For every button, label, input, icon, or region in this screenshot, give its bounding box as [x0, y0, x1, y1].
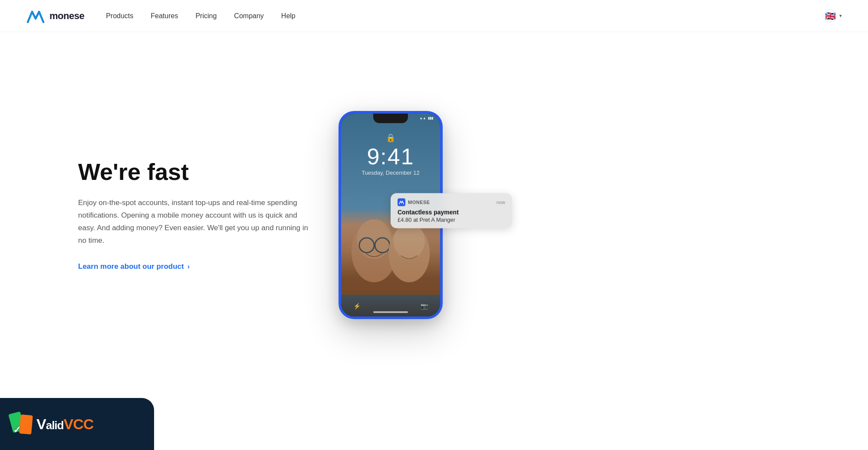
brand-name: monese [49, 10, 84, 22]
hero-text: We're fast Enjoy on-the-spot accounts, i… [78, 159, 339, 271]
vcc-text: VCC [63, 416, 93, 432]
chevron-down-icon: ▾ [839, 13, 842, 19]
lock-icon-area: 🔒 9:41 Tuesday, December 12 [362, 133, 420, 176]
hero-description: Enjoy on-the-spot accounts, instant top-… [78, 197, 312, 247]
validvcc-logo: ✓ ValidVCC [13, 412, 93, 436]
phone-mockup-section: ▲▲ ▮▮▮ 🔒 9:41 Tuesday, December 12 [339, 111, 443, 319]
notif-app-info: MONESE [398, 199, 430, 206]
nav-item-pricing[interactable]: Pricing [195, 12, 217, 20]
learn-more-link[interactable]: Learn more about our product › [78, 262, 190, 271]
vcc-card-orange [19, 414, 33, 434]
battery-icon: ▮▮▮ [428, 116, 433, 120]
notif-header: MONESE now [398, 199, 505, 206]
hero-headline: We're fast [78, 159, 312, 185]
vcc-checkmark-icon: ✓ [13, 424, 21, 436]
flag-icon: 🇬🇧 [824, 10, 837, 23]
lock-screen-date: Tuesday, December 12 [362, 170, 420, 176]
notif-app-name: MONESE [408, 200, 430, 205]
camera-icon: 📷 [421, 303, 428, 310]
validvcc-badge[interactable]: ✓ ValidVCC [0, 398, 154, 450]
navbar: monese Products Features Pricing Company… [0, 0, 868, 32]
wifi-icon: ▲▲ [419, 116, 426, 120]
chevron-right-icon: › [187, 263, 190, 271]
monese-logo-icon [26, 8, 45, 24]
learn-more-label: Learn more about our product [78, 262, 184, 271]
nav-item-company[interactable]: Company [234, 12, 263, 20]
flashlight-icon: ⚡ [353, 303, 361, 310]
language-selector[interactable]: 🇬🇧 ▾ [824, 10, 842, 23]
home-indicator [373, 311, 408, 313]
notif-body: £4.80 at Pret A Manger [398, 217, 505, 223]
nav-right: 🇬🇧 ▾ [824, 10, 842, 23]
notif-title: Contactless payment [398, 209, 505, 216]
notif-monese-icon [399, 200, 404, 205]
validvcc-text: ValidVCC [36, 416, 93, 433]
lock-icon: 🔒 [386, 133, 395, 143]
vcc-cards: ✓ [13, 412, 35, 436]
phone-bottom-bar: ⚡ 📷 [341, 303, 440, 310]
valid-text: V [36, 416, 46, 432]
status-right: ▲▲ ▮▮▮ [419, 116, 433, 120]
phone-notch [373, 114, 408, 123]
notification-bubble: MONESE now Contactless payment £4.80 at … [391, 193, 512, 228]
logo[interactable]: monese [26, 8, 84, 24]
main-content: We're fast Enjoy on-the-spot accounts, i… [0, 32, 868, 398]
lock-screen-time: 9:41 [367, 145, 414, 168]
nav-item-features[interactable]: Features [151, 12, 178, 20]
svg-point-6 [394, 223, 425, 259]
nav-item-products[interactable]: Products [106, 12, 133, 20]
nav-links: Products Features Pricing Company Help [106, 12, 824, 20]
nav-item-help[interactable]: Help [281, 12, 296, 20]
notif-app-icon [398, 199, 405, 206]
valid-rest: alid [46, 419, 64, 432]
notif-time: now [496, 200, 505, 205]
